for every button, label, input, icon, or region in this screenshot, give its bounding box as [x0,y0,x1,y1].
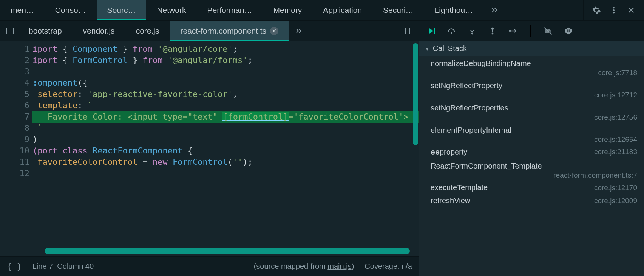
source-map-origin-link[interactable]: main.js [327,262,351,270]
tab-performan[interactable]: Performan… [196,0,263,20]
kebab-icon[interactable] [609,6,618,15]
svg-rect-10 [567,29,568,32]
tab-men[interactable]: men… [0,0,45,20]
pause-on-exceptions-icon[interactable] [564,26,573,35]
code-line[interactable]: 8 ` [0,123,419,134]
gear-icon[interactable] [592,6,601,15]
tab-network[interactable]: Network [146,0,196,20]
editor-horizontal-scrollbar[interactable] [45,248,410,254]
step-into-icon[interactable] [468,26,477,35]
svg-point-8 [492,32,494,34]
tab-lighthou[interactable]: Lighthou… [424,0,484,20]
code-line[interactable]: 9) [0,134,419,145]
code-line[interactable]: 4:omponent({ [0,77,419,89]
stack-frame[interactable]: elementPropertyInternal [419,123,644,136]
line-number[interactable]: 9 [0,134,32,145]
more-tabs-icon[interactable] [483,0,505,20]
file-tab-bootstrap[interactable]: bootstrap [18,21,73,41]
step-out-icon[interactable] [488,26,497,35]
line-number[interactable]: 5 [0,89,32,100]
file-tab-core-js[interactable]: core.js [125,21,170,41]
tab-application[interactable]: Application [312,0,372,20]
pretty-print-icon[interactable]: { } [7,262,22,271]
code-line[interactable]: 2iport { FormControl } from '@angular/fo… [0,55,419,66]
resume-icon[interactable] [427,26,436,35]
code-content: :omponent({ [32,77,419,89]
stack-frame[interactable]: ReactFormComponent_Template [419,159,644,172]
code-content: iport { Component } from '@angular/core'… [32,43,419,55]
more-file-tabs-icon[interactable] [289,27,309,35]
deactivate-breakpoints-icon[interactable] [544,26,553,35]
svg-rect-5 [434,28,435,34]
call-stack-list: normalizeDebugBindingNamecore.js:7718set… [419,56,644,276]
devtools-toolbar [583,0,644,20]
call-stack-header[interactable]: ▼ Call Stack [419,41,644,56]
code-content [32,168,419,179]
stack-frame-location[interactable]: core.js:12654 [419,135,644,144]
source-mapped-label: (source mapped from main.js) [254,262,354,271]
line-number[interactable]: 8 [0,123,32,134]
svg-rect-11 [569,29,570,32]
stack-frame[interactable]: ɵɵpropertycore.js:21183 [419,145,644,159]
code-content: (port class ReactFormComponent { [32,145,419,156]
code-editor[interactable]: 1iport { Component } from '@angular/core… [0,41,419,256]
line-number[interactable]: 10 [0,145,32,156]
line-number[interactable]: 2 [0,55,32,66]
code-line[interactable]: 3 [0,66,419,77]
step-icon[interactable] [508,26,517,35]
line-number[interactable]: 12 [0,168,32,179]
stack-frame-location[interactable]: react-form.component.ts:7 [419,171,644,179]
file-tab-react-form-component-ts[interactable]: react-form.component.ts✕ [170,21,289,41]
debugger-toolbar [419,21,644,41]
main-tabs: men…Conso…Sourc…NetworkPerforman…MemoryA… [0,0,644,21]
debugger-toggle-icon[interactable] [401,21,417,41]
code-line[interactable]: 11 favoriteColorControl = new FormContro… [0,156,419,168]
line-number[interactable]: 11 [0,156,32,168]
stack-frame[interactable]: setNgReflectProperty [419,78,644,92]
code-line[interactable]: 1iport { Component } from '@angular/core… [0,43,419,55]
file-tab-label: core.js [136,26,159,35]
stack-frame-location[interactable]: core.js:12712 [419,91,644,99]
code-line[interactable]: 7 Favorite Color: <input type="text" [fo… [0,111,419,123]
close-icon[interactable]: ✕ [270,27,278,35]
line-number[interactable]: 7 [0,111,32,123]
stack-frame[interactable]: setNgReflectProperties [419,101,644,114]
stack-frame-name: refreshView [431,196,470,205]
tab-sourc[interactable]: Sourc… [97,0,147,20]
stack-frame-location[interactable]: core.js:12170 [594,184,637,192]
svg-point-9 [509,30,511,32]
stack-frame[interactable]: executeTemplatecore.js:12170 [419,181,644,194]
navigator-toggle-icon[interactable] [2,21,18,41]
code-line[interactable]: 10(port class ReactFormComponent { [0,145,419,156]
tab-conso[interactable]: Conso… [45,0,97,20]
status-bar: { } Line 7, Column 40 (source mapped fro… [0,256,419,276]
code-content: favoriteColorControl = new FormControl('… [32,156,419,168]
file-tabs: bootstrapvendor.jscore.jsreact-form.comp… [0,21,419,41]
stack-frame-name: executeTemplate [431,183,488,192]
code-line[interactable]: 12 [0,168,419,179]
tab-memory[interactable]: Memory [263,0,313,20]
line-number[interactable]: 4 [0,77,32,89]
line-number[interactable]: 6 [0,100,32,111]
line-number[interactable]: 1 [0,43,32,55]
tab-securi[interactable]: Securi… [372,0,424,20]
cursor-position: Line 7, Column 40 [32,262,94,271]
step-over-icon[interactable] [447,26,456,35]
code-line[interactable]: 5 selector: 'app-reactive-favorite-color… [0,89,419,100]
stack-frame[interactable]: normalizeDebugBindingName [419,56,644,69]
line-number[interactable]: 3 [0,66,32,77]
close-devtools-icon[interactable] [627,6,636,15]
sources-panel: bootstrapvendor.jscore.jsreact-form.comp… [0,21,419,276]
stack-frame-location[interactable]: core.js:21183 [594,148,637,156]
stack-frame-location[interactable]: core.js:7718 [419,69,644,77]
collapse-triangle-icon: ▼ [425,46,430,52]
code-content [32,66,419,77]
stack-frame-name: ɵɵproperty [431,147,467,156]
stack-frame-location[interactable]: core.js:12756 [419,113,644,121]
call-stack-title: Call Stack [433,44,467,53]
stack-frame[interactable]: refreshViewcore.js:12009 [419,194,644,207]
stack-frame-location[interactable]: core.js:12009 [594,197,637,205]
file-tab-vendor-js[interactable]: vendor.js [73,21,125,41]
editor-vertical-scrollbar[interactable] [413,43,418,145]
code-line[interactable]: 6 template: ` [0,100,419,111]
